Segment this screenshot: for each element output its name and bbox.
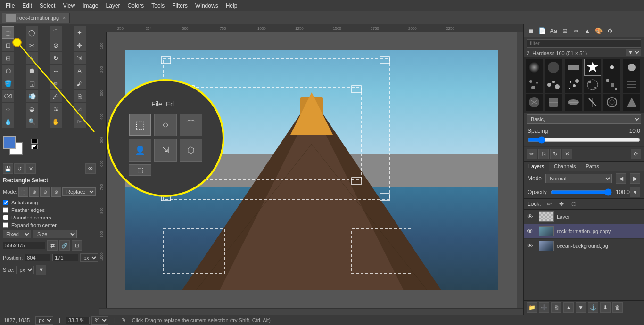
size-unit-dropdown[interactable]: px (16, 266, 34, 274)
opacity-expand-btn[interactable]: ▼ (630, 187, 640, 197)
brush-item-extra[interactable] (623, 94, 640, 111)
tool-paths[interactable]: ✋ (50, 115, 62, 128)
lock-alpha-icon[interactable]: ⬡ (570, 200, 578, 208)
brush-reload-btn[interactable]: ⟳ (631, 149, 641, 159)
lock-pixels-icon[interactable]: ✏ (545, 200, 553, 208)
foreground-color[interactable] (3, 136, 16, 149)
menu-colors[interactable]: Colors (124, 1, 148, 10)
panel-icon-7[interactable]: ⚙ (605, 25, 615, 36)
panel-icon-4[interactable]: ✏ (571, 25, 581, 36)
panel-icon-6[interactable]: 🎨 (594, 25, 604, 36)
panel-icon-1[interactable]: ◼ (526, 25, 536, 36)
brush-item-scatter1[interactable] (526, 76, 543, 93)
brush-item-dark-circle[interactable] (545, 59, 562, 76)
merge-down-btn[interactable]: ⬇ (600, 302, 611, 313)
opacity-slider[interactable] (551, 188, 612, 196)
anchor-layer-btn[interactable]: ⚓ (588, 302, 598, 313)
panel-icon-font[interactable]: Aa (548, 25, 559, 36)
mode-subtract-btn[interactable]: ⊖ (40, 187, 50, 197)
tool-airbrush[interactable]: 💨 (26, 90, 38, 102)
menu-edit[interactable]: Edit (18, 1, 36, 10)
tab-rock-formation[interactable]: rock-formation.jpg × (2, 13, 70, 23)
layers-mode-select[interactable]: Normal Multiply Screen (545, 174, 612, 183)
tool-fuzzy-select[interactable]: ✦ (74, 26, 86, 39)
panel-icon-5[interactable]: ▲ (582, 25, 593, 36)
zoom-unit-select[interactable]: % (91, 316, 108, 325)
brush-item-rect[interactable] (565, 59, 582, 76)
expand-from-center-checkbox[interactable] (3, 222, 8, 228)
tool-flip[interactable]: ↔ (50, 65, 62, 77)
tool-dodge[interactable]: ◒ (26, 103, 38, 115)
brush-delete-btn[interactable]: ✕ (562, 149, 572, 159)
mode-dropdown[interactable]: Replace Add Subtract (62, 187, 96, 196)
brush-item-small-dot[interactable] (603, 59, 620, 76)
brush-item-texture3[interactable] (545, 94, 562, 111)
zoom-input[interactable] (66, 317, 90, 324)
panel-icon-2[interactable]: 📄 (537, 25, 547, 36)
brush-item-lines1[interactable] (584, 94, 601, 111)
reset-dimensions-btn[interactable]: ⊡ (72, 240, 82, 251)
tool-pencil[interactable]: ✏ (50, 77, 62, 89)
brush-item-texture4[interactable] (565, 94, 582, 111)
swap-dimensions-btn[interactable]: ⇄ (47, 240, 58, 251)
horizontal-scrollbar[interactable] (99, 308, 523, 315)
menu-windows[interactable]: Windows (191, 1, 222, 10)
tool-scissors[interactable]: ✂ (26, 39, 38, 51)
brush-item-scatter3[interactable] (565, 76, 582, 93)
menu-filters[interactable]: Filters (168, 1, 191, 10)
delete-preset-btn[interactable]: ✕ (25, 163, 36, 174)
new-layer-group-btn[interactable]: 📁 (527, 302, 537, 313)
size-type-select[interactable]: Fixed Free (3, 230, 31, 238)
status-unit-select[interactable]: px (35, 316, 53, 325)
layer-item-rock-copy[interactable]: 👁 rock-formation.jpg copy (524, 224, 644, 239)
tool-ink[interactable]: 🖊 (50, 90, 62, 102)
duplicate-layer-btn[interactable]: ⎘ (551, 302, 561, 313)
tool-zoom[interactable]: 🔍 (26, 115, 38, 128)
brush-item-scatter4[interactable] (584, 76, 601, 93)
brush-refresh-btn[interactable]: ↻ (550, 149, 561, 159)
tool-color-picker[interactable]: 💧 (2, 115, 14, 128)
swap-colors-icon[interactable] (31, 145, 38, 149)
size-unit-select[interactable]: Size Aspect Ratio (33, 230, 77, 238)
tab-channels[interactable]: Channels (549, 162, 581, 171)
feather-edges-checkbox[interactable] (3, 207, 8, 213)
filter-dropdown[interactable]: ▼ (626, 49, 641, 56)
brush-item-texture2[interactable] (526, 94, 543, 111)
tool-move[interactable]: ✥ (74, 39, 86, 51)
layers-mode-next-btn[interactable]: ▶ (630, 173, 640, 184)
brush-item-lines2[interactable] (603, 94, 620, 111)
menu-select[interactable]: Select (36, 1, 59, 10)
position-unit-select[interactable]: px % (80, 253, 98, 262)
size-expand-btn[interactable]: ▼ (36, 265, 46, 275)
position-x-input[interactable] (25, 254, 50, 261)
brush-item-texture1[interactable] (623, 76, 640, 93)
panel-icon-3[interactable]: ⊞ (560, 25, 570, 36)
reset-colors-icon[interactable] (31, 139, 38, 144)
tool-clone[interactable]: ⎘ (74, 90, 86, 102)
tab-layers[interactable]: Layers (524, 162, 549, 171)
brush-item-medium-dot[interactable] (623, 59, 640, 76)
tool-scale[interactable]: ⇲ (74, 52, 86, 64)
link-dimensions-btn[interactable]: 🔗 (59, 240, 70, 251)
menu-help[interactable]: Help (222, 1, 241, 10)
brush-item-scatter2[interactable] (545, 76, 562, 93)
mode-intersect-btn[interactable]: ⊗ (51, 187, 61, 197)
tool-crop[interactable]: ⌗ (26, 52, 38, 64)
layers-mode-prev-btn[interactable]: ◀ (616, 173, 626, 184)
brush-edit-btn[interactable]: ✏ (527, 149, 537, 159)
delete-layer-btn[interactable]: 🗑 (612, 302, 623, 313)
menu-file[interactable]: File (2, 1, 18, 10)
brush-filter-input[interactable] (527, 39, 641, 48)
menu-tools[interactable]: Tools (148, 1, 168, 10)
tool-text[interactable]: A (74, 65, 86, 77)
tool-align[interactable]: ⊞ (2, 52, 14, 64)
tool-paintbrush[interactable]: 🖌 (74, 77, 86, 89)
menu-image[interactable]: Image (79, 1, 102, 10)
dimensions-input[interactable] (3, 242, 45, 249)
layer-item-ocean[interactable]: 👁 ocean-background.jpg (524, 239, 644, 253)
vertical-scrollbar[interactable] (517, 32, 523, 308)
tool-ellipse-select[interactable]: ◯ (26, 26, 38, 39)
tool-eraser[interactable]: ⌫ (2, 90, 14, 102)
tool-rotate[interactable]: ↻ (50, 52, 62, 64)
tool-smudge[interactable]: ≋ (50, 103, 62, 115)
